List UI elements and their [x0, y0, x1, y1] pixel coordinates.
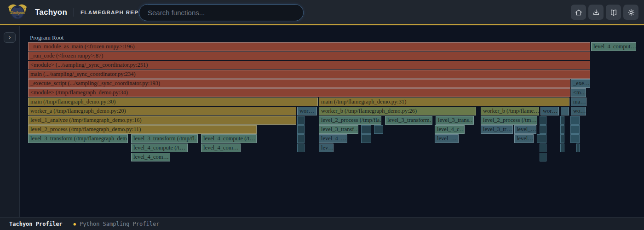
flame-bar[interactable] [560, 116, 564, 125]
flame-bar[interactable]: worker_b (/tmp/flamegraph_demo.py:26) [319, 107, 476, 115]
tachyon-flamegraph-app: { "header": { "app_title": "Tachyon", "r… [0, 0, 644, 230]
flame-bar[interactable]: wor… [297, 107, 317, 115]
flame-bar[interactable]: level_3_transform (/tmp/flamegraph_dem… [28, 134, 128, 143]
flame-bar[interactable]: level_3_transf… [319, 125, 358, 134]
flame-bar[interactable]: level_3_trans… [436, 116, 474, 125]
flame-bar[interactable]: level_4_… [319, 134, 347, 143]
flame-bar[interactable] [576, 144, 580, 152]
flame-bar[interactable] [561, 107, 569, 115]
flame-bar[interactable]: level_4_com… [131, 153, 170, 161]
flame-bar[interactable]: level_3_transform… [385, 116, 432, 125]
flame-bar[interactable]: <module> (/tmp/flamegraph_demo.py:34) [28, 88, 570, 97]
flame-bar[interactable] [361, 125, 371, 134]
flamegraph-canvas: Program Root _run_module_as_main (<froze… [0, 0, 644, 230]
flame-bar[interactable]: level_4_compute (/t… [131, 144, 188, 152]
flame-bar[interactable] [570, 134, 580, 143]
flame-bar[interactable]: level_4_c… [435, 125, 465, 134]
flame-bar[interactable]: worker_b (/tmp/flame… [481, 107, 539, 115]
flame-bar[interactable]: <module> (.../sampling/_sync_coordinator… [28, 61, 590, 69]
flame-bar[interactable] [570, 125, 580, 134]
flame-bar[interactable]: _execute_script (.../sampling/_sync_coor… [28, 79, 570, 88]
flame-bar[interactable] [297, 116, 305, 125]
flame-bar[interactable] [297, 144, 305, 152]
flame-bar[interactable]: wo… [571, 107, 586, 115]
flame-bar[interactable] [540, 125, 546, 134]
flame-bar[interactable]: wor… [540, 107, 559, 115]
flame-bar[interactable]: level_4_com… [201, 144, 241, 152]
flame-bar[interactable]: main (/tmp/flamegraph_demo.py:31) [319, 98, 569, 106]
footer-app-name: Tachyon Profiler [9, 221, 63, 227]
flame-bar[interactable]: level_3_tr… [481, 125, 513, 134]
flame-bar[interactable]: level_3_transform (/tmp/fl… [131, 134, 198, 143]
flame-bar[interactable] [540, 144, 546, 152]
flame-bar[interactable]: _run_module_as_main (<frozen runpy>:196) [28, 42, 590, 51]
flame-bar[interactable] [570, 116, 580, 125]
flame-bar[interactable] [560, 144, 564, 152]
flame-bar[interactable]: _exe… [571, 79, 590, 88]
flame-bar[interactable] [560, 125, 564, 134]
flame-bar[interactable]: level_… [514, 125, 536, 134]
flame-bar[interactable]: lev… [319, 144, 334, 152]
status-bar: Tachyon Profiler ● Python Sampling Profi… [0, 217, 644, 230]
flame-bar[interactable]: main (.../sampling/_sync_coordinator.py:… [28, 70, 590, 79]
flame-bar[interactable]: level_1_analyze (/tmp/flamegraph_demo.py… [28, 116, 296, 125]
flame-bar[interactable]: level_2_process (/tmp/flamegraph_demo.py… [28, 125, 257, 134]
flame-bar[interactable] [297, 134, 305, 143]
flame-bar[interactable] [537, 134, 546, 143]
flame-bar[interactable]: main (/tmp/flamegraph_demo.py:30) [28, 98, 318, 106]
flame-bar[interactable]: level… [514, 134, 534, 143]
flame-bar[interactable]: level_2_process (/tm… [481, 116, 537, 125]
flame-bar[interactable] [361, 134, 371, 143]
flame-bar[interactable]: level_4_compute (/t… [201, 134, 257, 143]
flame-bar[interactable] [374, 125, 383, 134]
flame-bar[interactable]: level_… [435, 134, 459, 143]
flame-bar[interactable]: worker_a (/tmp/flamegraph_demo.py:20) [28, 107, 296, 115]
status-dot-icon: ● [74, 222, 76, 226]
flame-bar[interactable] [297, 125, 305, 134]
flame-bar[interactable] [560, 134, 564, 143]
flame-bar[interactable]: level_2_process (/tmp/fla… [319, 116, 381, 125]
footer-subtitle: Python Sampling Profiler [80, 221, 159, 227]
flame-root-frame[interactable]: Program Root [30, 34, 63, 41]
flame-bar[interactable]: level_4_comput… [591, 42, 636, 51]
flame-bar[interactable]: <m… [571, 88, 586, 97]
flame-bar[interactable]: _run_code (<frozen runpy>:87) [28, 52, 590, 60]
flame-bar[interactable] [540, 153, 546, 161]
flame-bar[interactable]: ma… [571, 98, 586, 106]
flame-bar[interactable] [540, 116, 546, 125]
